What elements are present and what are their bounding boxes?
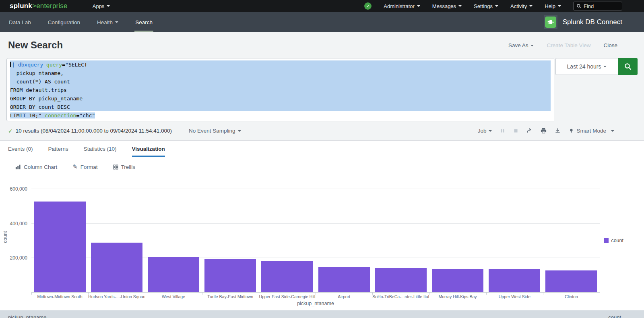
legend-label: count	[611, 238, 623, 243]
print-icon[interactable]	[541, 128, 547, 134]
chart-bar-turtle-bay-east-midtown[interactable]	[204, 259, 256, 292]
x-category-label: Turtle Bay-East Midtown	[202, 294, 259, 299]
chevron-down-icon	[115, 21, 118, 23]
splunk-logo-brand: splunk	[10, 2, 32, 10]
query-line: | dbxquery query="SELECT	[10, 60, 551, 69]
query-line: ORDER BY count DESC	[10, 103, 551, 111]
chevron-down-icon	[458, 5, 462, 7]
column-chart-icon	[15, 164, 21, 170]
menu-settings[interactable]: Settings	[474, 3, 498, 9]
topbar-menus: AdministratorMessagesSettingsActivityHel…	[384, 3, 561, 9]
health-check-icon[interactable]: ✓	[364, 2, 372, 10]
chevron-down-icon	[529, 5, 533, 7]
page-actions: Save As Create Table View Close	[508, 42, 617, 48]
splunk-logo[interactable]: splunk>enterprise	[10, 2, 68, 10]
topbar-right-group: ✓ AdministratorMessagesSettingsActivityH…	[364, 2, 622, 10]
stop-icon	[513, 128, 518, 133]
chart-bar-hudson-yards-union-square[interactable]	[91, 243, 142, 292]
legend-swatch	[604, 238, 609, 243]
chart-legend[interactable]: count	[604, 238, 623, 243]
splunk-logo-product: >enterprise	[32, 2, 68, 10]
time-range-picker[interactable]: Last 24 hours	[555, 58, 618, 75]
search-query-input[interactable]: | dbxquery query="SELECT pickup_ntaname,…	[6, 58, 554, 121]
y-tick-label: 600,000	[10, 186, 27, 192]
chart-bar-airport[interactable]	[318, 267, 370, 292]
x-axis-title: pickup_ntaname	[31, 301, 600, 306]
success-check-icon: ✓	[8, 128, 13, 134]
nav-item-configuration[interactable]: Configuration	[47, 12, 81, 32]
job-controls: Job Smart Mode	[478, 128, 614, 134]
query-line: pickup_ntaname,	[10, 69, 551, 77]
chevron-down-icon	[107, 5, 110, 7]
chart-bar-clinton[interactable]	[545, 270, 597, 292]
x-category-label: SoHo-TriBeCa-...nter-Little Italy	[372, 294, 429, 299]
find-search-input[interactable]: Find	[573, 2, 622, 10]
search-icon	[576, 4, 581, 8]
menu-activity[interactable]: Activity	[510, 3, 533, 9]
results-bar: ✓ 10 results (08/04/2024 11:00:00.000 to…	[0, 121, 644, 140]
nav-item-search[interactable]: Search	[134, 12, 153, 32]
x-category-label: Midtown-Midtown South	[31, 294, 88, 299]
table-column-header[interactable]: count	[515, 310, 644, 318]
results-tabs: Events (0)PatternsStatistics (10)Visuali…	[0, 140, 644, 157]
trellis-button[interactable]: Trellis	[113, 164, 136, 170]
chart-bar-upper-west-side[interactable]	[489, 269, 540, 292]
share-icon[interactable]	[526, 128, 533, 134]
menu-help[interactable]: Help	[545, 3, 561, 9]
chart-bar-soho-tribeca-nter-little-italy[interactable]	[375, 268, 427, 292]
menu-administrator[interactable]: Administrator	[384, 3, 420, 9]
x-category-label: Upper West Side	[486, 294, 543, 299]
chart-bar-west-village[interactable]	[148, 257, 199, 292]
run-search-button[interactable]	[618, 58, 638, 75]
chevron-down-icon	[611, 130, 614, 132]
x-tick-mark	[600, 293, 600, 295]
chart-type-picker[interactable]: Column Chart	[15, 164, 57, 170]
chevron-down-icon	[603, 66, 607, 67]
chevron-down-icon	[417, 5, 420, 7]
apps-menu-label: Apps	[93, 3, 105, 9]
chevron-down-icon	[558, 5, 561, 7]
page-header: New Search Save As Create Table View Clo…	[0, 32, 644, 58]
x-category-label: West Village	[145, 294, 202, 299]
chevron-down-icon	[489, 130, 492, 132]
apps-menu[interactable]: Apps	[93, 3, 110, 9]
nav-item-data-lab[interactable]: Data Lab	[8, 12, 32, 32]
x-category-label: Hudson Yards-...-Union Square	[88, 294, 145, 299]
save-as-button[interactable]: Save As	[508, 42, 534, 48]
x-category-label: Murray Hill-Kips Bay	[429, 294, 486, 299]
menu-messages[interactable]: Messages	[432, 3, 462, 9]
query-line: FROM default.trips	[10, 86, 551, 94]
bulb-icon	[569, 128, 574, 134]
tab-statistics-10[interactable]: Statistics (10)	[84, 141, 117, 157]
export-download-icon[interactable]	[555, 128, 561, 134]
pause-icon	[500, 128, 505, 133]
chevron-down-icon	[530, 45, 534, 46]
chart-bar-midtown-midtown-south[interactable]	[34, 202, 86, 292]
search-icon	[624, 62, 632, 71]
nav-item-health[interactable]: Health	[96, 12, 119, 32]
close-button[interactable]: Close	[603, 42, 617, 48]
db-connect-icon-frame	[544, 15, 557, 29]
event-sampling-dropdown[interactable]: No Event Sampling	[189, 128, 241, 134]
tab-events-0[interactable]: Events (0)	[8, 141, 33, 157]
chevron-down-icon	[495, 5, 498, 7]
column-chart: count 200,000400,000600,000 Midtown-Midt…	[0, 177, 644, 310]
format-button[interactable]: ✎ Format	[72, 163, 97, 170]
db-connect-plug-icon	[545, 17, 556, 28]
chart-bar-upper-east-side-carnegie-hill[interactable]	[261, 261, 313, 292]
search-mode-dropdown[interactable]: Smart Mode	[569, 128, 614, 134]
gridline	[31, 223, 600, 224]
chart-bar-murray-hill-kips-bay[interactable]	[432, 269, 483, 292]
app-identity[interactable]: Splunk DB Connect	[544, 12, 622, 32]
query-line: count(*) AS count	[10, 77, 551, 86]
y-tick-label: 400,000	[10, 221, 27, 227]
tab-visualization[interactable]: Visualization	[132, 141, 165, 157]
tab-patterns[interactable]: Patterns	[48, 141, 68, 157]
page-title: New Search	[8, 39, 63, 51]
table-column-header[interactable]: pickup_ntaname	[0, 310, 515, 318]
job-menu[interactable]: Job	[478, 128, 492, 134]
text-cursor	[10, 62, 11, 67]
app-navigation-bar: Data LabConfigurationHealthSearch Splunk…	[0, 12, 644, 32]
time-range-label: Last 24 hours	[567, 63, 601, 70]
statistics-table-header: pickup_ntaname count	[0, 310, 644, 318]
